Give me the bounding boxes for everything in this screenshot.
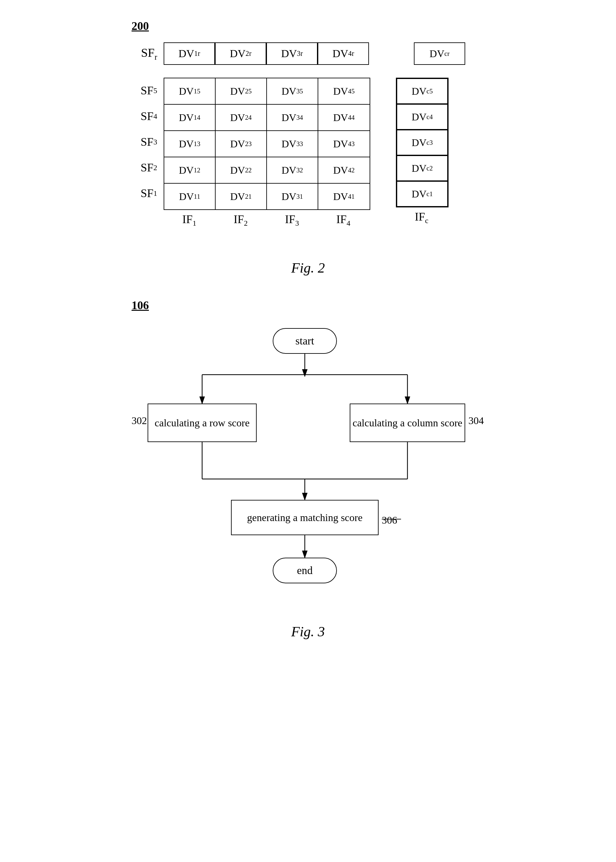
if-label-2: IF2 xyxy=(215,213,266,228)
cell-13: DV13 xyxy=(164,131,215,157)
dvc-cell-2: DVc2 xyxy=(396,155,448,181)
cell-32: DV32 xyxy=(267,157,318,183)
cell-35: DV35 xyxy=(267,78,318,104)
sf-label-4: SF4 xyxy=(132,103,160,129)
cell-33: DV33 xyxy=(267,131,318,157)
fig2-container: 200 SFr DV1r DV2r DV3r DV4r DVcr SF5 SF4… xyxy=(132,19,484,228)
col-score-label: calculating a column score xyxy=(353,417,462,429)
if-label-3: IF3 xyxy=(266,213,317,228)
row-score-label: calculating a row score xyxy=(155,417,250,429)
grid-row-3: DV13 DV23 DV33 DV43 xyxy=(164,131,369,157)
fig3-caption: Fig. 3 xyxy=(291,624,325,640)
col-score-box: calculating a column score xyxy=(350,403,465,442)
dvc-cell-4: DVc4 xyxy=(396,104,448,130)
fig3-container: 106 xyxy=(132,299,484,611)
sf-label-1: SF1 xyxy=(132,180,160,206)
cell-12: DV12 xyxy=(164,157,215,183)
dvc-col: DVc5 DVc4 DVc3 DVc2 DVc1 IFc xyxy=(396,78,448,225)
sf-label-5: SF5 xyxy=(132,78,160,103)
cell-23: DV23 xyxy=(215,131,267,157)
cell-22: DV22 xyxy=(215,157,267,183)
end-label: end xyxy=(297,564,313,577)
sf-label-2: SF2 xyxy=(132,155,160,180)
cell-34: DV34 xyxy=(267,105,318,130)
cell-14: DV14 xyxy=(164,105,215,130)
step-304-label: 304 xyxy=(468,415,484,427)
dv-cell-2r: DV2r xyxy=(215,43,266,65)
grid-table: DV15 DV25 DV35 DV45 DV14 DV24 DV34 DV44 xyxy=(163,78,370,210)
cell-45: DV45 xyxy=(318,78,369,104)
grid-row-1: DV11 DV21 DV31 DV41 xyxy=(164,184,369,209)
cell-31: DV31 xyxy=(267,184,318,209)
cell-44: DV44 xyxy=(318,105,369,130)
cell-42: DV42 xyxy=(318,157,369,183)
sf-label-3: SF3 xyxy=(132,129,160,155)
fig2-diagram-label: 200 xyxy=(132,19,484,33)
if-label-1: IF1 xyxy=(163,213,215,228)
main-grid-area: SF5 SF4 SF3 SF2 SF1 DV15 DV25 DV35 DV45 xyxy=(132,78,484,228)
row-score-box: calculating a row score xyxy=(148,403,257,442)
cell-25: DV25 xyxy=(215,78,267,104)
end-shape: end xyxy=(273,558,337,583)
grid-row-4: DV14 DV24 DV34 DV44 xyxy=(164,105,369,131)
page: 200 SFr DV1r DV2r DV3r DV4r DVcr SF5 SF4… xyxy=(0,0,616,862)
dvc-cell-3: DVc3 xyxy=(396,130,448,155)
grid-row-2: DV12 DV22 DV32 DV42 xyxy=(164,157,369,184)
matching-score-label: generating a matching score xyxy=(247,512,363,524)
if-label-4: IF4 xyxy=(317,213,369,228)
cell-15: DV15 xyxy=(164,78,215,104)
cell-11: DV11 xyxy=(164,184,215,209)
start-label: start xyxy=(295,335,314,347)
cell-21: DV21 xyxy=(215,184,267,209)
dv-cell-1r: DV1r xyxy=(163,43,215,65)
start-shape: start xyxy=(273,328,337,354)
dvc-cells: DVc5 DVc4 DVc3 DVc2 DVc1 xyxy=(396,78,448,207)
sfr-label: SFr xyxy=(132,46,163,61)
ifc-label: IFc xyxy=(396,210,447,225)
cell-24: DV24 xyxy=(215,105,267,130)
dvc-cell-5: DVc5 xyxy=(396,78,448,104)
step-302-label: 302 xyxy=(132,415,147,427)
dv-cell-4r: DV4r xyxy=(317,43,369,65)
if-labels-row: IF1 IF2 IF3 IF4 xyxy=(163,213,370,228)
main-grid: DV15 DV25 DV35 DV45 DV14 DV24 DV34 DV44 xyxy=(163,78,370,228)
grid-row-5: DV15 DV25 DV35 DV45 xyxy=(164,78,369,105)
fig2-caption: Fig. 2 xyxy=(291,260,325,276)
cell-43: DV43 xyxy=(318,131,369,157)
dv-cell-cr: DVcr xyxy=(414,43,465,65)
cell-41: DV41 xyxy=(318,184,369,209)
sf-labels-col: SF5 SF4 SF3 SF2 SF1 xyxy=(132,78,163,206)
dvc-cell-1: DVc1 xyxy=(396,181,448,207)
matching-score-box: generating a matching score xyxy=(231,500,379,535)
step-306-label: 306 xyxy=(382,514,397,526)
dv-cell-3r: DV3r xyxy=(266,43,317,65)
flowchart: start calculating a row score calculatin… xyxy=(132,322,484,611)
fig3-diagram-label: 106 xyxy=(132,299,484,312)
step-306-area: 306 xyxy=(382,514,397,526)
sfr-row: SFr DV1r DV2r DV3r DV4r DVcr xyxy=(132,43,484,65)
